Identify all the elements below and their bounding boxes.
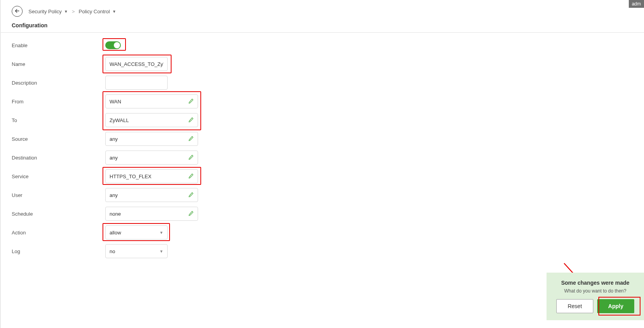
pencil-icon[interactable]: [188, 98, 194, 105]
label-source: Source: [12, 136, 105, 142]
label-schedule: Schedule: [12, 211, 105, 217]
label-action: Action: [12, 230, 105, 236]
breadcrumb: Security Policy ▼ > Policy Control ▼: [28, 9, 116, 14]
enable-toggle[interactable]: [105, 41, 121, 49]
name-input[interactable]: [105, 57, 168, 71]
pencil-icon[interactable]: [188, 192, 194, 199]
back-button[interactable]: [12, 6, 23, 17]
log-select[interactable]: no ▼: [105, 244, 168, 258]
row-from: From WAN: [12, 92, 632, 111]
row-schedule: Schedule none: [12, 204, 632, 223]
select-value: none: [110, 211, 121, 217]
label-user: User: [12, 192, 105, 198]
caret-down-icon: ▼: [64, 9, 68, 14]
toggle-knob: [114, 42, 120, 48]
section-title: Configuration: [0, 20, 644, 33]
row-user: User any: [12, 186, 632, 204]
caret-down-icon: ▼: [159, 249, 163, 254]
row-source: Source any: [12, 129, 632, 148]
label-enable: Enable: [12, 43, 105, 48]
row-to: To ZyWALL: [12, 111, 632, 129]
pencil-icon[interactable]: [188, 154, 194, 161]
pencil-icon[interactable]: [188, 117, 194, 124]
admin-indicator[interactable]: adm: [629, 0, 644, 8]
caret-down-icon: ▼: [112, 9, 116, 14]
topbar: Security Policy ▼ > Policy Control ▼: [0, 0, 644, 20]
caret-down-icon: ▼: [159, 230, 163, 235]
service-select[interactable]: HTTPS_TO_FLEX: [105, 169, 198, 183]
select-value: any: [110, 192, 118, 198]
select-value: any: [110, 136, 118, 142]
select-value: any: [110, 155, 118, 161]
select-value: no: [110, 248, 115, 254]
row-action: Action allow ▼: [12, 223, 632, 242]
row-description: Description: [12, 73, 632, 92]
breadcrumb-label: Policy Control: [79, 9, 110, 14]
label-from: From: [12, 99, 105, 105]
row-name: Name: [12, 55, 632, 73]
breadcrumb-security-policy[interactable]: Security Policy ▼: [28, 9, 68, 14]
from-select[interactable]: WAN: [105, 94, 198, 108]
user-select[interactable]: any: [105, 188, 198, 202]
label-log: Log: [12, 248, 105, 254]
row-service: Service HTTPS_TO_FLEX: [12, 167, 632, 186]
select-value: allow: [110, 230, 121, 236]
row-destination: Destination any: [12, 148, 632, 167]
to-select[interactable]: ZyWALL: [105, 113, 198, 127]
schedule-select[interactable]: none: [105, 207, 198, 221]
breadcrumb-policy-control[interactable]: Policy Control ▼: [79, 9, 116, 14]
arrow-left-icon: [14, 8, 20, 15]
row-log: Log no ▼: [12, 242, 632, 261]
destination-select[interactable]: any: [105, 151, 198, 165]
pencil-icon[interactable]: [188, 173, 194, 180]
left-edge-stripe: [0, 0, 1, 261]
pencil-icon[interactable]: [188, 136, 194, 142]
pencil-icon[interactable]: [188, 211, 194, 217]
source-select[interactable]: any: [105, 132, 198, 146]
breadcrumb-label: Security Policy: [28, 9, 62, 14]
select-value: ZyWALL: [110, 117, 129, 123]
select-value: WAN: [110, 99, 121, 105]
row-enable: Enable: [12, 36, 632, 55]
description-input[interactable]: [105, 76, 168, 90]
label-to: To: [12, 117, 105, 123]
select-value: HTTPS_TO_FLEX: [110, 174, 151, 179]
configuration-form: Enable Name Description From WAN: [0, 36, 644, 261]
breadcrumb-separator: >: [72, 9, 75, 14]
label-name: Name: [12, 61, 105, 67]
action-select[interactable]: allow ▼: [105, 225, 168, 239]
label-destination: Destination: [12, 155, 105, 161]
label-service: Service: [12, 174, 105, 179]
label-description: Description: [12, 80, 105, 86]
